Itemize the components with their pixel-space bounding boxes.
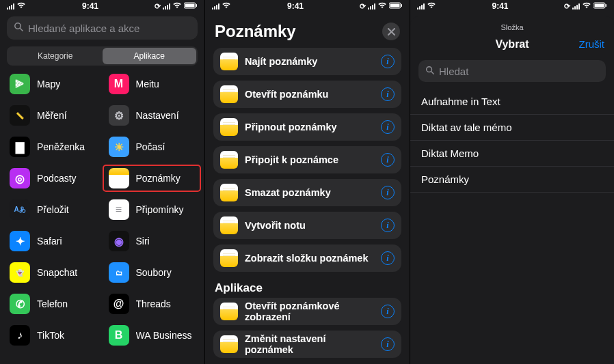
svg-rect-1	[185, 4, 195, 8]
app-label: Podcasty	[37, 173, 77, 184]
svg-line-12	[431, 71, 433, 73]
action-item[interactable]: Zobrazit složku poznámeki	[213, 244, 401, 272]
info-button[interactable]: i	[381, 186, 395, 199]
svg-point-11	[427, 66, 432, 72]
action-label: Otevřít poznámkové zobrazení	[245, 300, 374, 322]
info-button[interactable]: i	[381, 153, 395, 167]
app-item-pripominky[interactable]: ≡Připomínky	[103, 197, 201, 223]
app-label: TikTok	[37, 330, 64, 341]
sheet-nav: Vybrat Zrušit	[410, 33, 614, 57]
app-label: Počasí	[136, 141, 165, 152]
app-item-snapchat[interactable]: 👻Snapchat	[4, 260, 102, 285]
app-item-podcasty[interactable]: ◎Podcasty	[4, 165, 102, 191]
app-item-mapy[interactable]: ⫸Mapy	[4, 71, 102, 97]
app-label: Snapchat	[37, 267, 77, 278]
app-item-penezenka[interactable]: ▇Peněženka	[4, 134, 102, 160]
telefon-icon: ✆	[10, 294, 30, 314]
notes-icon	[220, 216, 238, 234]
folder-row[interactable]: Aufnahme in Text	[410, 89, 614, 115]
folder-row[interactable]: Poznámky	[410, 167, 614, 193]
action-item[interactable]: Otevřít poznámkové zobrazeníi	[213, 298, 401, 325]
app-label: Meitu	[136, 79, 159, 89]
notes-icon	[220, 118, 238, 136]
safari-icon: ✦	[10, 231, 30, 251]
app-item-tiktok[interactable]: ♪TikTok	[4, 322, 102, 348]
action-label: Zobrazit složku poznámek	[245, 253, 374, 264]
search-field[interactable]	[28, 23, 191, 34]
search-input[interactable]: Hledat	[418, 60, 606, 82]
status-bar: 9:41 ⟳	[205, 0, 410, 12]
panel-actions: 9:41 ⟳ Poznámky Najít poznámkyiOtevřít p…	[204, 0, 410, 364]
wifi-icon	[222, 2, 231, 10]
search-icon	[14, 22, 24, 34]
threads-icon: @	[109, 294, 129, 314]
mapy-icon: ⫸	[10, 74, 30, 94]
pocasi-icon: ☀	[109, 137, 129, 157]
info-button[interactable]: i	[381, 55, 395, 68]
folder-row[interactable]: Diktat Memo	[410, 141, 614, 167]
info-button[interactable]: i	[381, 219, 395, 232]
app-label: Telefon	[37, 298, 68, 309]
app-item-safari[interactable]: ✦Safari	[4, 228, 102, 254]
orientation-lock-icon: ⟳	[155, 2, 161, 11]
action-label: Vytvořit notu	[245, 220, 374, 231]
app-item-wab[interactable]: BWA Business	[103, 322, 201, 348]
app-label: Siri	[136, 236, 150, 247]
signal-icon	[163, 3, 170, 10]
action-item[interactable]: Připnout poznámkyi	[213, 113, 401, 141]
segmented-control[interactable]: Kategorie Aplikace	[7, 46, 198, 66]
app-item-nastaveni[interactable]: ⚙Nastavení	[103, 102, 201, 128]
orientation-lock-icon: ⟳	[360, 2, 366, 11]
svg-rect-2	[196, 4, 198, 7]
battery-icon	[184, 2, 198, 10]
segment-apps[interactable]: Aplikace	[103, 48, 197, 64]
action-item[interactable]: Najít poznámkyi	[213, 48, 401, 75]
sheet: Složka Vybrat Zrušit Hledat Aufnahme in …	[410, 16, 614, 364]
poznamky-icon	[109, 168, 129, 188]
svg-rect-6	[390, 4, 400, 8]
app-item-prelozit[interactable]: AあPřeložit	[4, 197, 102, 223]
signal-icon	[417, 3, 425, 10]
prelozit-icon: Aあ	[10, 199, 30, 220]
app-label: Přeložit	[37, 204, 69, 215]
page-title: Poznámky	[215, 22, 296, 41]
app-item-threads[interactable]: @Threads	[103, 291, 201, 317]
info-button[interactable]: i	[381, 87, 395, 101]
orientation-lock-icon: ⟳	[564, 2, 570, 11]
svg-point-3	[15, 23, 21, 29]
app-item-pocasi[interactable]: ☀Počasí	[103, 134, 201, 160]
signal-icon	[572, 3, 580, 10]
pripominky-icon: ≡	[109, 199, 129, 220]
cancel-button[interactable]: Zrušit	[579, 38, 605, 50]
close-button[interactable]	[382, 23, 400, 40]
info-button[interactable]: i	[381, 337, 395, 351]
action-item[interactable]: Změnit nastavení poznámeki	[213, 331, 401, 358]
info-button[interactable]: i	[381, 120, 395, 134]
snapchat-icon: 👻	[10, 262, 30, 283]
app-item-poznamky[interactable]: Poznámky	[103, 165, 201, 191]
app-item-telefon[interactable]: ✆Telefon	[4, 291, 102, 317]
info-button[interactable]: i	[381, 305, 395, 318]
wifi-icon	[582, 2, 591, 10]
folder-row[interactable]: Diktat av tale mémo	[410, 115, 614, 141]
app-item-mereni[interactable]: 📏Měření	[4, 102, 102, 128]
notes-icon	[220, 303, 238, 320]
svg-rect-9	[595, 4, 604, 8]
wifi-icon	[377, 2, 387, 10]
search-icon	[425, 66, 435, 77]
action-item[interactable]: Vytvořit notui	[213, 212, 401, 239]
app-label: Soubory	[136, 267, 172, 278]
info-button[interactable]: i	[381, 251, 395, 265]
segment-categories[interactable]: Kategorie	[8, 48, 103, 64]
wifi-icon	[172, 2, 182, 10]
app-item-soubory[interactable]: 🗂Soubory	[103, 260, 201, 285]
app-item-siri[interactable]: ◉Siri	[103, 228, 201, 254]
notes-icon	[220, 335, 238, 353]
app-item-meitu[interactable]: MMeitu	[103, 71, 201, 97]
action-item[interactable]: Připojit k poznámcei	[213, 146, 401, 173]
notes-icon	[220, 85, 238, 103]
action-item[interactable]: Otevřít poznámkui	[213, 81, 401, 108]
action-item[interactable]: Smazat poznámkyi	[213, 179, 401, 206]
search-input[interactable]	[7, 16, 198, 40]
folder-list: Aufnahme in TextDiktat av tale mémoDikta…	[410, 89, 614, 193]
